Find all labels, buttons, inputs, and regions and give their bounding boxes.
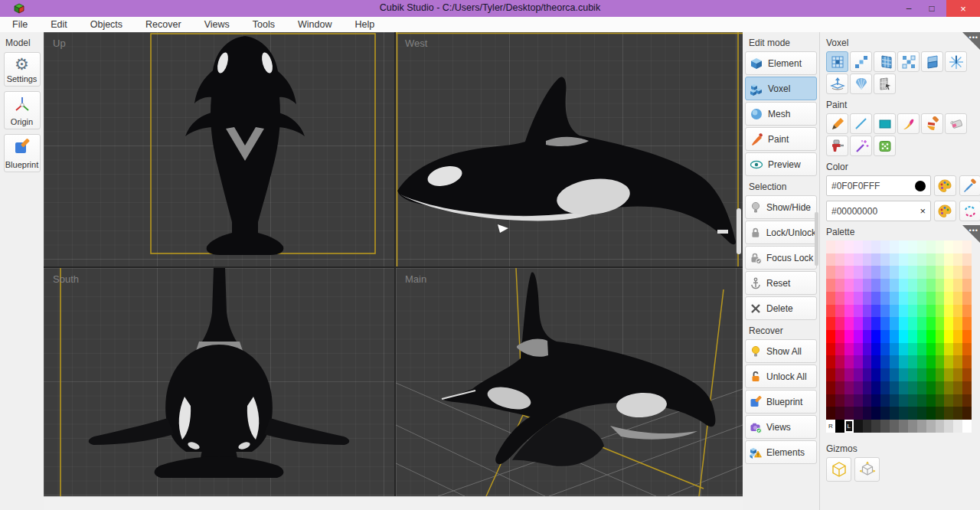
palette-color-cell[interactable] bbox=[854, 317, 863, 330]
palette-color-cell[interactable] bbox=[844, 317, 854, 330]
palette-color-cell[interactable] bbox=[917, 394, 926, 407]
focus-lock-button[interactable]: Focus Lock bbox=[745, 246, 817, 270]
add-voxel-tool[interactable] bbox=[826, 51, 848, 72]
palette-color-cell[interactable] bbox=[826, 381, 835, 394]
palette-color-cell[interactable] bbox=[826, 317, 835, 330]
views-button[interactable]: Views bbox=[745, 415, 817, 439]
palette-color-cell[interactable] bbox=[953, 394, 962, 407]
palette-color-cell[interactable] bbox=[835, 343, 844, 356]
palette-color-cell[interactable] bbox=[890, 292, 899, 305]
palette-color-cell[interactable] bbox=[917, 279, 926, 292]
palette-color-cell[interactable] bbox=[936, 279, 945, 292]
palette-color-cell[interactable] bbox=[962, 330, 972, 343]
palette-color-cell[interactable] bbox=[890, 279, 899, 292]
palette-color-cell[interactable] bbox=[917, 253, 926, 266]
palette-color-cell[interactable] bbox=[880, 305, 890, 318]
horizontal-scrollbar[interactable] bbox=[44, 496, 743, 510]
menu-tools[interactable]: Tools bbox=[241, 17, 286, 32]
palette-color-cell[interactable] bbox=[871, 279, 880, 292]
palette-color-cell[interactable] bbox=[944, 343, 953, 356]
palette-color-cell[interactable] bbox=[844, 381, 854, 394]
palette-color-cell[interactable] bbox=[854, 305, 863, 318]
palette-color-cell[interactable] bbox=[880, 266, 890, 279]
palette-color-cell[interactable] bbox=[844, 394, 854, 407]
palette-color-cell[interactable] bbox=[880, 317, 890, 330]
palette-color-cell[interactable] bbox=[826, 266, 835, 279]
viewport-south[interactable]: South bbox=[44, 268, 394, 496]
palette-color-cell[interactable] bbox=[936, 317, 945, 330]
palette-color-cell[interactable] bbox=[826, 394, 835, 407]
voxel-wall-tool[interactable] bbox=[874, 51, 896, 72]
palette-color-cell[interactable] bbox=[844, 330, 854, 343]
palette-color-cell[interactable] bbox=[944, 407, 953, 420]
palette-color-cell[interactable] bbox=[944, 330, 953, 343]
palette-gray-cell[interactable]: L bbox=[844, 420, 854, 433]
palette-color-cell[interactable] bbox=[944, 253, 953, 266]
palette-color-cell[interactable] bbox=[844, 240, 854, 253]
palette-color-cell[interactable] bbox=[890, 368, 899, 381]
random-dice-tool[interactable] bbox=[874, 136, 896, 156]
palette-color-cell[interactable] bbox=[854, 407, 863, 420]
palette-color-cell[interactable] bbox=[953, 292, 962, 305]
palette-color-cell[interactable] bbox=[871, 266, 880, 279]
palette-color-cell[interactable] bbox=[854, 355, 863, 368]
palette-gray-cell[interactable] bbox=[899, 420, 908, 433]
show-hide-button[interactable]: Show/Hide bbox=[745, 195, 817, 219]
minimize-button[interactable]: – bbox=[897, 0, 920, 17]
palette-color-cell[interactable] bbox=[926, 343, 936, 356]
palette-color-cell[interactable] bbox=[953, 330, 962, 343]
palette-color-cell[interactable] bbox=[880, 381, 890, 394]
palette-color-cell[interactable] bbox=[953, 305, 962, 318]
menu-views[interactable]: Views bbox=[193, 17, 241, 32]
show-all-button[interactable]: Show All bbox=[745, 339, 817, 363]
palette-color-cell[interactable] bbox=[917, 317, 926, 330]
viewport-main[interactable]: Main bbox=[396, 268, 743, 496]
voxel-line-tool[interactable] bbox=[850, 51, 872, 72]
palette-color-cell[interactable] bbox=[926, 240, 936, 253]
palette-color-cell[interactable] bbox=[844, 368, 854, 381]
element-mode-button[interactable]: Element bbox=[745, 51, 817, 75]
palette-color-cell[interactable] bbox=[880, 407, 890, 420]
palette-color-cell[interactable] bbox=[908, 266, 917, 279]
palette-color-cell[interactable] bbox=[908, 253, 917, 266]
palette-color-cell[interactable] bbox=[953, 407, 962, 420]
palette-color-cell[interactable] bbox=[936, 381, 945, 394]
palette-color-cell[interactable] bbox=[890, 394, 899, 407]
palette-gray-cell[interactable] bbox=[863, 420, 872, 433]
palette-color-cell[interactable] bbox=[962, 394, 972, 407]
palette-color-cell[interactable] bbox=[863, 368, 872, 381]
palette-color-cell[interactable] bbox=[899, 330, 908, 343]
palette-color-cell[interactable] bbox=[936, 266, 945, 279]
palette-color-cell[interactable] bbox=[871, 407, 880, 420]
origin-button[interactable]: Origin bbox=[4, 91, 41, 129]
palette-color-cell[interactable] bbox=[871, 381, 880, 394]
swap-colors-button[interactable] bbox=[959, 201, 980, 221]
palette-color-cell[interactable] bbox=[871, 240, 880, 253]
palette-color-cell[interactable] bbox=[936, 368, 945, 381]
palette-color-cell[interactable] bbox=[908, 381, 917, 394]
palette-color-cell[interactable] bbox=[936, 253, 945, 266]
palette-color-cell[interactable] bbox=[926, 330, 936, 343]
palette-color-cell[interactable] bbox=[908, 343, 917, 356]
palette-color-cell[interactable] bbox=[844, 292, 854, 305]
palette-color-cell[interactable] bbox=[926, 266, 936, 279]
palette-color-cell[interactable] bbox=[926, 407, 936, 420]
palette-color-cell[interactable] bbox=[844, 305, 854, 318]
palette-color-cell[interactable] bbox=[835, 279, 844, 292]
palette-color-cell[interactable] bbox=[863, 407, 872, 420]
symmetry-star-tool[interactable] bbox=[945, 51, 967, 72]
palette-color-cell[interactable] bbox=[863, 279, 872, 292]
palette-color-cell[interactable] bbox=[844, 407, 854, 420]
palette-color-cell[interactable] bbox=[944, 240, 953, 253]
palette-gray-cell[interactable] bbox=[854, 420, 863, 433]
palette-color-cell[interactable] bbox=[835, 305, 844, 318]
palette-color-cell[interactable] bbox=[863, 240, 872, 253]
palette-color-cell[interactable] bbox=[835, 381, 844, 394]
panel-scrollbar-thumb[interactable] bbox=[815, 212, 818, 266]
palette-color-cell[interactable] bbox=[854, 279, 863, 292]
palette-color-cell[interactable] bbox=[863, 253, 872, 266]
palette-color-cell[interactable] bbox=[962, 343, 972, 356]
palette-color-cell[interactable] bbox=[962, 407, 972, 420]
palette-color-cell[interactable] bbox=[835, 330, 844, 343]
menu-help[interactable]: Help bbox=[343, 17, 386, 32]
